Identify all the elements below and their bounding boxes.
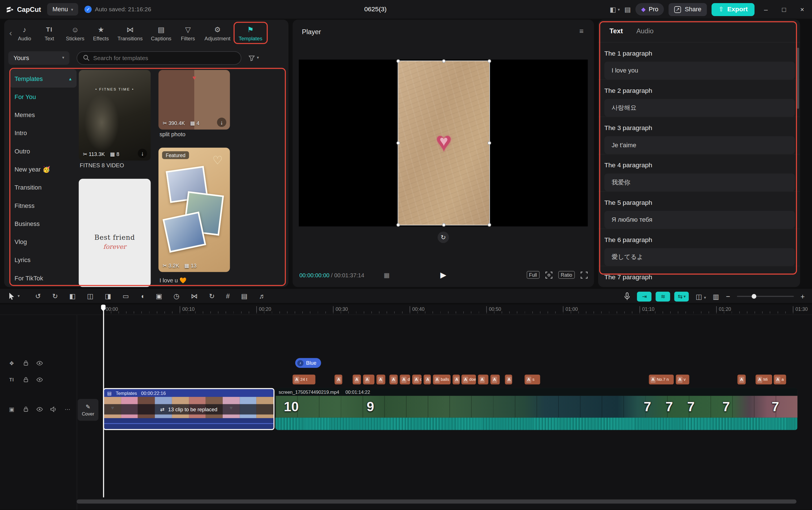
speed-tool[interactable]: ◷ xyxy=(174,292,180,299)
category-transition[interactable]: Transition xyxy=(9,178,77,196)
zoom-out-button[interactable]: − xyxy=(726,292,730,301)
text-clip[interactable]: A xyxy=(377,375,385,385)
cover-button[interactable]: ✎ Cover xyxy=(78,399,98,421)
template-searchbar[interactable] xyxy=(77,51,241,65)
mirror-tool[interactable]: ⋈ xyxy=(191,292,198,299)
search-input[interactable] xyxy=(93,55,235,61)
link-toggle[interactable]: ⇆▾ xyxy=(674,291,689,301)
category-lyrics[interactable]: Lyrics xyxy=(9,251,77,269)
rotate-handle-icon[interactable]: ↻ xyxy=(438,232,449,243)
slider-knob[interactable] xyxy=(752,294,756,299)
text-clip[interactable]: Ac xyxy=(412,375,422,385)
collapse-panel-button[interactable]: ‹ xyxy=(9,28,12,38)
template-card-best-friend[interactable]: Best friend forever xyxy=(79,179,151,287)
text-clip[interactable]: A xyxy=(353,375,361,385)
fit-screen-icon[interactable] xyxy=(545,272,552,279)
download-button[interactable]: ↓ xyxy=(138,149,147,158)
timeline-scrollbar[interactable] xyxy=(77,500,796,504)
text-clip[interactable]: ANo.7 n xyxy=(649,375,673,385)
video-preview[interactable]: ♥♥ xyxy=(398,61,490,225)
text-clip[interactable]: A xyxy=(453,375,460,385)
play-button[interactable]: ▶ xyxy=(441,271,446,280)
category-new-year[interactable]: New year 🥳 xyxy=(9,160,77,178)
playhead-handle[interactable] xyxy=(101,305,106,311)
lock-icon[interactable] xyxy=(22,406,29,413)
eye-icon[interactable] xyxy=(36,407,43,412)
panel-layout-icon[interactable]: ▤ xyxy=(625,5,631,13)
filter-button[interactable]: ▾ xyxy=(249,55,259,61)
media-tab-captions[interactable]: ▤Captions xyxy=(149,25,173,41)
category-outro[interactable]: Outro xyxy=(9,142,77,160)
paragraph-input[interactable]: 사랑해요 xyxy=(604,99,795,116)
media-tab-transitions[interactable]: ⋈Transitions xyxy=(115,25,145,41)
text-clip[interactable]: A xyxy=(505,375,512,385)
selection-handle[interactable] xyxy=(396,141,400,145)
text-clip[interactable]: AMi xyxy=(756,375,772,385)
delete-right-tool[interactable]: ◨ xyxy=(105,292,111,299)
text-clip[interactable]: A xyxy=(478,375,488,385)
paragraph-input[interactable]: Je t'aime xyxy=(604,136,795,154)
eye-icon[interactable] xyxy=(36,377,43,382)
overlay-tool[interactable]: ▣ xyxy=(156,292,162,299)
source-dropdown[interactable]: Yours ▾ xyxy=(8,51,69,65)
undo-tool[interactable]: ↺ xyxy=(35,292,41,299)
menu-button[interactable]: Menu ▾ xyxy=(48,3,79,16)
player-menu-icon[interactable]: ≡ xyxy=(579,27,583,35)
text-clip[interactable]: A24 t xyxy=(293,375,315,385)
selection-handle[interactable] xyxy=(396,223,400,227)
media-tab-stickers[interactable]: ☺Stickers xyxy=(64,25,87,41)
tab-audio[interactable]: Audio xyxy=(636,27,654,35)
paragraph-input[interactable]: 愛してるよ xyxy=(604,248,795,266)
zoom-in-button[interactable]: + xyxy=(801,292,805,301)
category-templates[interactable]: Templates▴ xyxy=(9,69,77,87)
video-clip[interactable]: screen_1750574490219.mp4 00:01:14:22 109… xyxy=(275,388,798,430)
category-for-you[interactable]: For You xyxy=(9,87,77,106)
media-tab-filters[interactable]: ▽Filters xyxy=(178,25,198,41)
text-clip[interactable]: As xyxy=(525,375,540,385)
selection-handle[interactable] xyxy=(487,59,491,63)
media-tab-effects[interactable]: ★Effects xyxy=(91,25,111,41)
snap-toggle[interactable]: ⇥ xyxy=(637,291,652,301)
close-button[interactable]: × xyxy=(795,5,809,13)
text-clip[interactable]: Av xyxy=(676,375,689,385)
lock-icon[interactable] xyxy=(22,360,29,366)
category-fitness[interactable]: Fitness xyxy=(9,196,77,215)
frame-view-icon[interactable]: ▦ xyxy=(384,272,390,279)
media-tab-adjustment[interactable]: ⚙Adjustment xyxy=(203,25,233,41)
speaker-icon[interactable] xyxy=(50,406,57,413)
category-business[interactable]: Business xyxy=(9,215,77,232)
text-clip[interactable]: A xyxy=(490,375,500,385)
mask-tool[interactable]: ◖ xyxy=(141,292,144,299)
select-tool[interactable]: ▾ xyxy=(8,292,20,300)
text-clip[interactable]: Aa xyxy=(774,375,786,385)
split-tool[interactable]: ◫ xyxy=(87,292,94,299)
ratio-button[interactable]: Ratio xyxy=(558,271,575,279)
selection-handle[interactable] xyxy=(442,59,446,63)
text-clip[interactable]: Ad xyxy=(400,375,410,385)
paragraph-input[interactable]: I love you xyxy=(604,62,795,79)
delete-left-tool[interactable]: ◧ xyxy=(69,292,76,299)
tab-text[interactable]: Text xyxy=(609,27,623,35)
crop-tool[interactable]: # xyxy=(226,292,230,299)
text-clip[interactable]: A xyxy=(363,375,374,385)
lock-icon[interactable] xyxy=(22,376,29,383)
share-button[interactable]: ↗ Share xyxy=(669,3,707,16)
auto-arrange-toggle[interactable]: ≋ xyxy=(656,291,670,301)
caption-tool[interactable]: ▤ xyxy=(241,292,247,299)
timeline-zoom-slider[interactable] xyxy=(737,296,794,297)
media-tab-text[interactable]: TIText xyxy=(39,25,59,41)
maximize-button[interactable]: □ xyxy=(777,5,791,13)
speaker-badge[interactable]: ♪ Blue xyxy=(295,358,321,368)
time-ruler[interactable]: 00:0000:1000:2000:3000:4000:5001:0001:10… xyxy=(0,305,812,315)
media-tab-audio[interactable]: ♪Audio xyxy=(14,25,35,41)
template-card-fitness[interactable]: • FITNES TIME • ✂113.3K ▦8 ↓ xyxy=(79,70,151,161)
template-card-i-love-u[interactable]: ♡ ♡ Featured ✂3.2K ▦13 xyxy=(158,147,230,272)
workspace-layout-icon[interactable]: ◧▾ xyxy=(610,5,620,13)
full-button[interactable]: Full xyxy=(527,271,539,279)
text-clip[interactable]: Aballs c xyxy=(433,375,451,385)
minimize-button[interactable]: – xyxy=(759,5,773,13)
voiceover-mic-icon[interactable] xyxy=(624,292,630,301)
category-vlog[interactable]: Vlog xyxy=(9,233,77,251)
paragraph-input[interactable]: Я люблю тебя xyxy=(604,211,795,228)
template-clip[interactable]: ▤ Templates 00:00:22:16 ♥♥ ⇄ 13 clip to … xyxy=(103,388,275,430)
